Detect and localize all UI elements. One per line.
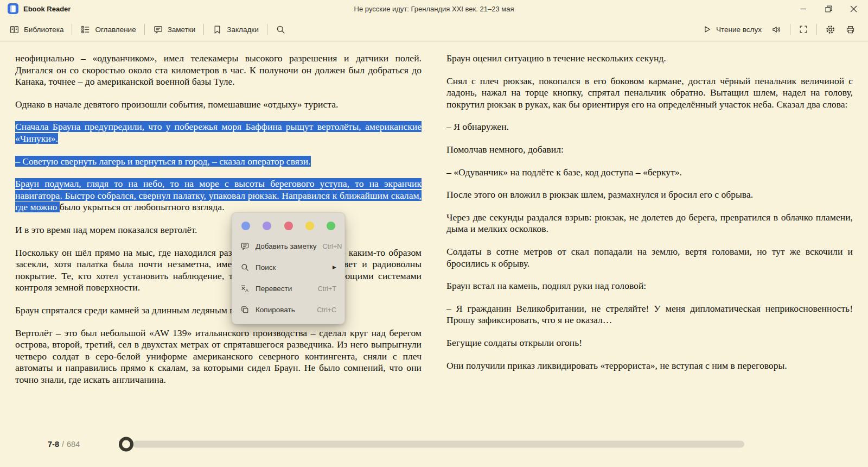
menu-item-shortcut: Ctrl+N (322, 243, 342, 250)
volume-icon (771, 24, 782, 35)
paragraph: Поскольку он шёл прямо на мыс, где наход… (15, 247, 422, 294)
paragraph: Солдаты в сотне метров от скал попадали … (446, 246, 853, 269)
copy-icon (240, 305, 250, 314)
submenu-arrow-icon: ▶ (333, 265, 336, 270)
slider-track[interactable] (133, 441, 744, 448)
document-title: Не русские идут: Гренландия XXI век. 21–… (354, 5, 514, 13)
text-run: – Я гражданин Великобритании, не стреляй… (446, 303, 853, 326)
search-icon (240, 263, 250, 272)
text-run: Через две секунды раздался взрыв: рюкзак… (446, 212, 853, 235)
context-menu-items: Добавить заметку Ctrl+N Поиск ▶ (232, 236, 344, 320)
current-pages: 7-8 (48, 440, 59, 449)
page-indicator: 7-8/684 (48, 440, 80, 449)
print-button[interactable] (840, 21, 860, 39)
left-page-column: неофициально – «одуванчиком», имел телек… (15, 53, 422, 429)
paragraph: Браун спрятался среди камней за длинным … (15, 305, 422, 317)
text-run: – «Одуванчик» на подлёте к базе, код дос… (446, 167, 682, 178)
volume-button[interactable] (767, 21, 787, 39)
text-run: было укрыться от любопытного взгляда. (60, 201, 225, 212)
paragraph: Браун подумал, глядя то на небо, то на м… (15, 178, 422, 213)
total-pages: 684 (67, 440, 80, 449)
text-run: – Я обнаружен. (446, 121, 509, 132)
toc-button[interactable]: Оглавление (75, 21, 141, 39)
text-run: После этого он вложил в рюкзак шлем, раз… (446, 189, 753, 200)
selected-text-run: Сначала Брауна предупредили, что у побер… (15, 121, 422, 144)
paragraph: Помолчав немного, добавил: (446, 144, 853, 156)
app-identity: Ebook Reader (8, 3, 71, 14)
search-icon (276, 24, 286, 35)
highlight-color-swatch[interactable] (305, 222, 314, 230)
menu-item-copy[interactable]: Копировать Ctrl+C (232, 299, 344, 320)
library-label: Библиотека (24, 26, 63, 34)
notes-label: Заметки (168, 26, 196, 34)
search-button[interactable] (271, 21, 291, 39)
text-run: Солдаты в сотне метров от скал попадали … (446, 246, 853, 269)
notes-button[interactable]: Заметки (148, 21, 201, 39)
toolbar-left-group: Библиотека Оглавление (4, 21, 291, 39)
highlight-color-swatch[interactable] (241, 222, 250, 230)
menu-item-label: Перевести (256, 285, 312, 293)
paragraph: Браун встал на камень, поднял руки над г… (446, 280, 853, 292)
selection-context-menu: Добавить заметку Ctrl+N Поиск ▶ (232, 212, 345, 324)
paragraph: неофициально – «одуванчиком», имел телек… (15, 53, 422, 88)
library-button[interactable]: Библиотека (4, 21, 68, 39)
fullscreen-icon (799, 24, 808, 34)
printer-icon (845, 24, 856, 35)
close-icon (850, 5, 857, 12)
menu-item-shortcut: Ctrl+T (318, 285, 336, 293)
text-run: Вертолёт – это был небольшой «AW 139» ит… (15, 327, 422, 385)
menu-item-add-note[interactable]: Добавить заметку Ctrl+N (232, 236, 344, 257)
read-aloud-button[interactable]: Чтение вслух (697, 21, 767, 38)
text-run: И в это время над морем показался вертол… (15, 224, 197, 235)
translate-icon: A (240, 284, 250, 293)
text-run: неофициально – «одуванчиком», имел телек… (15, 53, 422, 87)
paragraph: Сначала Брауна предупредили, что у побер… (15, 121, 422, 144)
paragraph: Снял с плеч рюкзак, покопался в его боко… (446, 75, 853, 111)
menu-item-search[interactable]: Поиск ▶ (232, 257, 344, 278)
paragraph: После этого он вложил в рюкзак шлем, раз… (446, 189, 853, 201)
toolbar: Библиотека Оглавление (0, 17, 868, 42)
slider-thumb[interactable] (119, 437, 133, 452)
menu-item-translate[interactable]: A Перевести Ctrl+T (232, 278, 344, 299)
notes-icon (153, 24, 163, 35)
toolbar-divider (72, 24, 72, 35)
menu-item-label: Поиск (256, 263, 327, 272)
restore-button[interactable] (816, 0, 841, 17)
paragraph: Вертолёт – это был небольшой «AW 139» ит… (15, 327, 422, 386)
paragraph: – Я гражданин Великобритании, не стреляй… (446, 303, 853, 326)
paragraph: – Советую свернуть лагерь и вернуться в … (15, 156, 422, 168)
menu-item-label: Копировать (256, 306, 311, 314)
text-run: Поскольку он шёл прямо на мыс, где наход… (15, 247, 422, 293)
paragraph: И в это время над морем показался вертол… (15, 224, 422, 236)
highlight-color-swatch[interactable] (284, 222, 293, 230)
text-run: Браун спрятался среди камней за длинным … (15, 305, 265, 315)
close-button[interactable] (841, 0, 866, 17)
toc-icon (80, 24, 91, 35)
read-aloud-label: Чтение вслух (716, 26, 762, 34)
ebook-reader-window: Ebook Reader Не русские идут: Гренландия… (0, 0, 868, 467)
bookmarks-button[interactable]: Закладки (207, 21, 263, 39)
toolbar-right-group: Чтение вслух (697, 21, 860, 39)
menu-item-label: Добавить заметку (256, 242, 316, 250)
minimize-button[interactable] (791, 0, 816, 17)
fullscreen-button[interactable] (794, 21, 813, 38)
text-run: Помолчав немного, добавил: (446, 144, 564, 155)
selected-text-run: – Советую свернуть лагерь и вернуться в … (15, 156, 311, 167)
text-run: Браун оценил ситуацию в течение нескольк… (446, 53, 666, 64)
text-run: Они получили приказ ликвидировать «терро… (446, 360, 787, 371)
toolbar-divider (790, 24, 790, 35)
paragraph: Через две секунды раздался взрыв: рюкзак… (446, 212, 853, 235)
text-run: Снял с плеч рюкзак, покопался в его боко… (446, 75, 853, 110)
footer-bar: 7-8/684 (0, 432, 868, 456)
text-run: Браун встал на камень, поднял руки над г… (446, 280, 646, 291)
bookmarks-label: Закладки (227, 26, 258, 34)
highlight-color-swatch[interactable] (263, 222, 271, 230)
pages-separator: / (62, 440, 64, 449)
restore-icon (825, 5, 832, 12)
highlight-color-row (232, 215, 344, 236)
toc-label: Оглавление (95, 26, 136, 34)
highlight-color-swatch[interactable] (327, 222, 335, 230)
settings-button[interactable] (820, 21, 840, 39)
bookmark-icon (212, 24, 222, 35)
app-logo-icon (8, 3, 18, 14)
